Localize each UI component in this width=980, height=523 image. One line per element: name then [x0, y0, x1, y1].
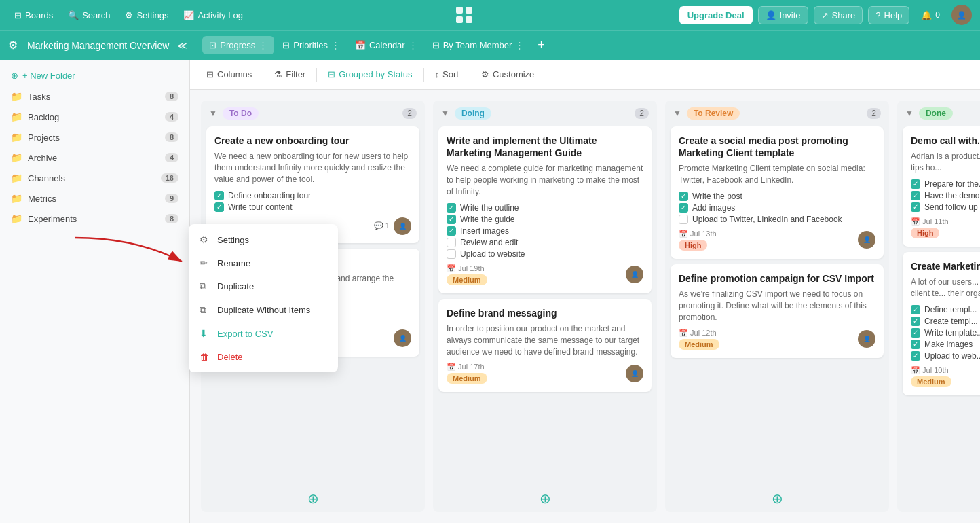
- checklist-item: ✓Have the demo...: [911, 191, 980, 200]
- menu-duplicate[interactable]: ⧉ Duplicate: [189, 274, 338, 298]
- column-add: ⊕: [201, 485, 425, 512]
- menu-export-csv[interactable]: ⬇ Export to CSV: [189, 322, 338, 345]
- sidebar-badge: 9: [165, 194, 178, 203]
- help-button[interactable]: ? Help: [868, 6, 909, 24]
- sidebar-item-archive[interactable]: 📁 Archive 4: [0, 147, 189, 168]
- avatar[interactable]: 👤: [951, 5, 972, 25]
- card-footer: 📅 Jul 10th Medium: [911, 366, 980, 387]
- checkbox-checked[interactable]: ✓: [911, 351, 920, 361]
- new-folder-button[interactable]: ⊕ + New Folder: [0, 65, 189, 86]
- add-card-button[interactable]: ⊕: [540, 490, 551, 507]
- add-card-button[interactable]: ⊕: [772, 490, 783, 507]
- task-card[interactable]: Create Marketin... A lot of our users...…: [903, 252, 980, 395]
- sidebar-item-experiments[interactable]: 📁 Experiments 8: [0, 209, 189, 229]
- checkbox-checked[interactable]: ✓: [214, 202, 224, 212]
- checkbox-checked[interactable]: ✓: [911, 328, 920, 338]
- card-avatar[interactable]: 👤: [394, 217, 411, 235]
- settings-button[interactable]: ⚙ Settings: [119, 7, 174, 24]
- menu-delete[interactable]: 🗑 Delete: [189, 345, 338, 368]
- card-avatar[interactable]: 👤: [858, 231, 875, 249]
- priority-badge: Medium: [447, 373, 487, 384]
- card-date: 📅 Jul 19th: [447, 264, 487, 273]
- sidebar-item-label: 📁 Tasks: [11, 91, 50, 102]
- grouped-by-status-button[interactable]: ⊟ Grouped by Status: [322, 66, 417, 83]
- task-card[interactable]: Define brand messaging In order to posit…: [438, 299, 652, 393]
- activity-icon: 📈: [183, 10, 194, 20]
- filter-button[interactable]: ⚗ Filter: [269, 66, 311, 83]
- column-collapse-button[interactable]: ▼: [673, 109, 681, 118]
- sub-nav-settings-button[interactable]: ⚙: [8, 39, 18, 52]
- checkbox-checked[interactable]: ✓: [911, 179, 920, 189]
- card-title: Define promotion campaign for CSV Import: [679, 272, 875, 285]
- sidebar-badge: 8: [165, 214, 178, 223]
- checkbox-checked[interactable]: ✓: [679, 192, 688, 201]
- sidebar-item-backlog[interactable]: 📁 Backlog 4: [0, 107, 189, 127]
- card-avatar[interactable]: 👤: [626, 266, 643, 283]
- share-icon: ↗: [821, 10, 829, 20]
- sidebar-badge: 4: [165, 112, 178, 122]
- columns-button[interactable]: ⊞ Columns: [201, 66, 257, 83]
- upgrade-deal-button[interactable]: Upgrade Deal: [679, 6, 753, 24]
- column-collapse-button[interactable]: ▼: [441, 109, 449, 118]
- column-collapse-button[interactable]: ▼: [209, 109, 217, 118]
- tab-progress[interactable]: ⊡ Progress ⋮: [202, 36, 274, 54]
- svg-rect-3: [466, 16, 472, 23]
- checkbox-checked[interactable]: ✓: [911, 191, 920, 200]
- menu-rename[interactable]: ✏ Rename: [189, 251, 338, 274]
- checkbox-unchecked[interactable]: [679, 215, 688, 224]
- task-card[interactable]: Demo call with... Adrian is a product...…: [903, 126, 980, 247]
- activity-log-button[interactable]: 📈 Activity Log: [177, 7, 248, 24]
- card-avatar[interactable]: 👤: [858, 330, 875, 348]
- customize-button[interactable]: ⚙ Customize: [476, 66, 540, 83]
- card-avatar[interactable]: 👤: [626, 365, 643, 382]
- search-button[interactable]: 🔍 Search: [62, 7, 116, 24]
- checkbox-checked[interactable]: ✓: [447, 203, 456, 213]
- checkbox-checked[interactable]: ✓: [214, 191, 224, 200]
- tab-pri-options-icon: ⋮: [331, 40, 340, 50]
- checklist-item: ✓Write template...: [911, 328, 980, 338]
- invite-button[interactable]: 👤 Invite: [758, 6, 808, 24]
- checkbox-unchecked[interactable]: [447, 249, 456, 259]
- priority-badge: Medium: [911, 376, 951, 387]
- tab-calendar[interactable]: 📅 Calendar ⋮: [348, 36, 424, 54]
- checkbox-checked[interactable]: ✓: [911, 340, 920, 349]
- menu-duplicate-without-items[interactable]: ⧉ Duplicate Without Items: [189, 298, 338, 322]
- sidebar-item-channels[interactable]: 📁 Channels 16: [0, 168, 189, 188]
- collapse-button[interactable]: ≪: [174, 37, 190, 54]
- sidebar-item-tasks[interactable]: 📁 Tasks 8: [0, 86, 189, 107]
- column-add: ⊕: [665, 485, 889, 512]
- top-nav-right: Upgrade Deal 👤 Invite ↗ Share ? Help 🔔 0…: [679, 5, 972, 25]
- checkbox-checked[interactable]: ✓: [447, 215, 456, 224]
- checkbox-checked[interactable]: ✓: [911, 317, 920, 326]
- notifications-button[interactable]: 🔔 0: [915, 7, 946, 24]
- share-button[interactable]: ↗ Share: [814, 6, 863, 24]
- checklist-item: ✓Send follow up: [911, 202, 980, 212]
- add-card-button[interactable]: ⊕: [307, 490, 319, 507]
- sidebar-badge: 16: [161, 173, 178, 183]
- tab-team-member[interactable]: ⊞ By Team Member ⋮: [426, 36, 531, 54]
- add-tab-button[interactable]: +: [532, 35, 550, 55]
- toolbar-divider-4: [470, 68, 470, 82]
- sort-button[interactable]: ↕ Sort: [430, 66, 464, 83]
- boards-button[interactable]: ⊞ Boards: [8, 7, 59, 24]
- tab-priorities[interactable]: ⊞ Priorities ⋮: [276, 36, 347, 54]
- column-collapse-button[interactable]: ▼: [905, 109, 913, 118]
- sidebar-item-projects[interactable]: 📁 Projects 8: [0, 127, 189, 147]
- checkbox-checked[interactable]: ✓: [679, 203, 688, 213]
- task-card[interactable]: Define promotion campaign for CSV Import…: [671, 264, 884, 358]
- card-desc: As we're finalizing CSV import we need t…: [679, 289, 875, 323]
- task-card[interactable]: Write and implement the Ultimate Marketi…: [438, 126, 652, 293]
- checkbox-checked[interactable]: ✓: [911, 305, 920, 314]
- card-avatar[interactable]: 👤: [394, 329, 411, 347]
- column-header: ▼ Doing 2: [433, 101, 657, 126]
- tab-team-options-icon: ⋮: [515, 40, 524, 50]
- task-card[interactable]: Create a social media post promoting Mar…: [671, 126, 884, 259]
- checkbox-checked[interactable]: ✓: [911, 202, 920, 212]
- tab-options-icon: ⋮: [259, 40, 267, 50]
- menu-settings[interactable]: ⚙ Settings: [189, 228, 338, 251]
- sidebar-item-label: 📁 Projects: [11, 132, 60, 143]
- card-title: Define brand messaging: [447, 307, 643, 319]
- checkbox-unchecked[interactable]: [447, 238, 456, 247]
- sidebar-item-metrics[interactable]: 📁 Metrics 9: [0, 188, 189, 209]
- checkbox-checked[interactable]: ✓: [447, 226, 456, 236]
